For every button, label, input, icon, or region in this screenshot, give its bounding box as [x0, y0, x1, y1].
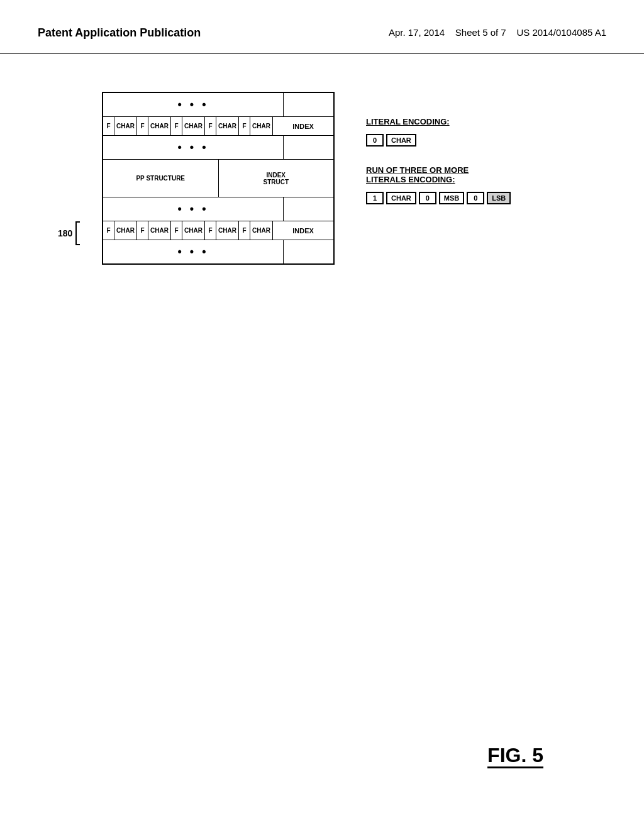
table-row-data2: F CHAR F CHAR F CHAR F CHAR F CHAR INDEX: [103, 221, 333, 240]
cell-char1: CHAR: [114, 117, 137, 135]
cell-f1: F: [103, 117, 114, 135]
table-row-data1: F CHAR F CHAR F CHAR F CHAR F CHAR INDEX: [103, 117, 333, 136]
cell-f7: F: [137, 221, 148, 240]
dots2: • • •: [103, 136, 283, 159]
cell-pp-structure: PP STRUCTURE: [103, 160, 219, 197]
patent-number: US 2014/0104085 A1: [516, 27, 606, 38]
cell-index-struct: INDEXSTRUCT: [219, 160, 334, 197]
cell-f8: F: [171, 221, 182, 240]
dots1: • • •: [103, 93, 283, 116]
dots3: • • •: [103, 197, 283, 221]
right-dots1: [283, 93, 333, 116]
cell-index2: INDEX: [273, 221, 333, 240]
table-row-struct: PP STRUCTURE INDEXSTRUCT: [103, 160, 333, 197]
cell-char9: CHAR: [216, 221, 239, 240]
literal-cell-char: CHAR: [386, 134, 416, 147]
table-row-dots1: • • •: [103, 93, 333, 117]
cell-char10: CHAR: [250, 221, 273, 240]
header-info: Apr. 17, 2014 Sheet 5 of 7 US 2014/01040…: [389, 25, 606, 40]
cell-f10: F: [239, 221, 250, 240]
literal-encoding-title: LITERAL ENCODING:: [366, 117, 567, 126]
right-dots2: [283, 136, 333, 159]
table-row-dots2: • • •: [103, 136, 333, 160]
dots4: • • •: [103, 240, 283, 263]
table-row-dots4: • • •: [103, 240, 333, 263]
cell-f3: F: [171, 117, 182, 135]
cell-char6: CHAR: [114, 221, 137, 240]
cell-f4: F: [205, 117, 216, 135]
cell-index1: INDEX: [273, 117, 333, 135]
run-cell-char: CHAR: [386, 192, 416, 204]
figure-label: FIG. 5: [487, 744, 543, 767]
table-row-dots3: • • •: [103, 197, 333, 221]
sheet-info: Sheet 5 of 7: [455, 27, 506, 38]
cell-char5: CHAR: [250, 117, 273, 135]
page-header: Patent Application Publication Apr. 17, …: [0, 0, 644, 54]
diagram-table: • • • F CHAR F CHAR F CHAR F CHAR F CHAR…: [102, 92, 335, 265]
cell-char7: CHAR: [148, 221, 171, 240]
publication-title: Patent Application Publication: [38, 25, 201, 41]
run-encoding-section: RUN OF THREE OR MORE LITERALS ENCODING: …: [366, 165, 567, 204]
diagram-area: • • • F CHAR F CHAR F CHAR F CHAR F CHAR…: [77, 79, 341, 265]
run-cell-0a: 0: [419, 192, 436, 204]
run-cell-0b: 0: [467, 192, 484, 204]
main-content: • • • F CHAR F CHAR F CHAR F CHAR F CHAR…: [0, 54, 644, 290]
run-cell-lsb: LSB: [487, 192, 511, 204]
cell-f2: F: [137, 117, 148, 135]
bracket-icon: [74, 221, 86, 246]
literal-cell-0: 0: [366, 134, 384, 147]
cell-char2: CHAR: [148, 117, 171, 135]
legend-area: LITERAL ENCODING: 0 CHAR RUN OF THREE OR…: [366, 79, 567, 265]
publication-date: Apr. 17, 2014: [389, 27, 445, 38]
run-cell-msb: MSB: [439, 192, 464, 204]
right-dots3: [283, 197, 333, 221]
cell-char8: CHAR: [182, 221, 205, 240]
ref-number: 180: [58, 221, 86, 246]
run-cell-1: 1: [366, 192, 384, 204]
cell-f9: F: [205, 221, 216, 240]
cell-f6: F: [103, 221, 114, 240]
run-encoding-title: RUN OF THREE OR MORE LITERALS ENCODING:: [366, 165, 567, 184]
literal-encoding-section: LITERAL ENCODING: 0 CHAR: [366, 117, 567, 147]
right-dots4: [283, 240, 333, 263]
run-encoding-row: 1 CHAR 0 MSB 0 LSB: [366, 192, 567, 204]
figure-label-text: FIG. 5: [487, 744, 543, 768]
literal-encoding-row: 0 CHAR: [366, 134, 567, 147]
cell-f5: F: [239, 117, 250, 135]
cell-char4: CHAR: [216, 117, 239, 135]
cell-char3: CHAR: [182, 117, 205, 135]
